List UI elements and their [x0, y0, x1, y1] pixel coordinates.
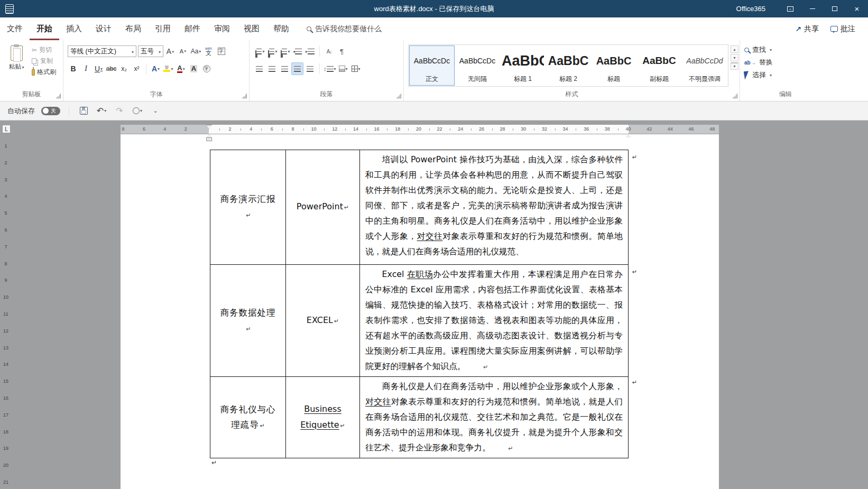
- borders-button[interactable]: [350, 63, 362, 75]
- text-effects-button[interactable]: A: [150, 63, 161, 75]
- account-name[interactable]: Office365: [736, 5, 765, 13]
- style-item-0[interactable]: AaBbCcDc正文: [409, 45, 455, 86]
- course-name-cell[interactable]: 商务演示汇报↵: [210, 150, 286, 265]
- v-ruler[interactable]: L 123456789101112131415161718192021: [0, 125, 13, 489]
- show-hide-marks-button[interactable]: ¶: [336, 45, 347, 57]
- style-item-2[interactable]: AaBbC标题 1: [500, 45, 546, 86]
- ruler-number: 6: [271, 126, 273, 132]
- ruler-number: 17: [3, 412, 8, 418]
- styles-scroll-up-button[interactable]: ▲: [731, 45, 738, 53]
- phonetic-guide-button[interactable]: wén文: [203, 45, 214, 57]
- strikethrough-button[interactable]: abc: [106, 63, 117, 75]
- tab-9[interactable]: 帮助: [266, 17, 296, 40]
- character-border-button[interactable]: 字: [216, 45, 227, 57]
- justify-button[interactable]: [292, 63, 303, 75]
- bold-button[interactable]: B: [68, 63, 79, 75]
- divider: [146, 63, 146, 74]
- clipboard-dialog-launcher[interactable]: [56, 94, 61, 98]
- change-case-button[interactable]: Aa: [190, 45, 201, 57]
- share-button[interactable]: ↗ 共享: [790, 24, 824, 34]
- tab-1[interactable]: 开始: [30, 17, 59, 40]
- tab-3[interactable]: 设计: [89, 17, 118, 40]
- find-button[interactable]: 查找: [744, 44, 827, 55]
- touch-mouse-mode-button[interactable]: [132, 105, 143, 117]
- format-painter-button[interactable]: 格式刷: [32, 68, 56, 77]
- document-page[interactable]: 商务演示汇报↵ PowerPoint↵ 培训以 PowerPoint 操作技巧为…: [121, 134, 719, 489]
- styles-scroll-down-button[interactable]: ▼: [731, 54, 738, 61]
- close-button[interactable]: ×: [846, 0, 868, 17]
- style-item-1[interactable]: AaBbCcDc无间隔: [455, 45, 500, 86]
- description-cell[interactable]: 商务礼仪是人们在商务活动中，用以维护企业形象或个人形象，对交往对象表示尊重和友好…: [360, 377, 629, 458]
- bullets-button[interactable]: [254, 45, 265, 57]
- increase-indent-button[interactable]: ▸: [304, 45, 316, 57]
- align-right-button[interactable]: [279, 63, 290, 75]
- undo-button[interactable]: ↶: [96, 105, 107, 117]
- ruler-number: 48: [709, 126, 715, 132]
- cut-button[interactable]: ✂剪切: [32, 45, 56, 54]
- style-item-4[interactable]: AaBbC标题: [591, 45, 636, 86]
- subscript-button[interactable]: x₂: [118, 63, 130, 75]
- autosave-toggle[interactable]: 关: [41, 107, 60, 115]
- select-button[interactable]: 选择: [744, 70, 827, 80]
- numbering-button[interactable]: [266, 45, 278, 57]
- minimize-button[interactable]: [801, 0, 824, 17]
- tab-5[interactable]: 引用: [148, 17, 178, 40]
- align-left-button[interactable]: [254, 63, 265, 75]
- paragraph-dialog-launcher[interactable]: [396, 94, 401, 98]
- superscript-button[interactable]: x²: [131, 63, 142, 75]
- style-item-3[interactable]: AaBbC标题 2: [546, 45, 591, 86]
- styles-dialog-launcher[interactable]: [733, 94, 737, 98]
- description-cell[interactable]: Excel 在职场办公中发挥着重大作用，本课程满足用户在日常办公中标准的 Exc…: [360, 265, 629, 377]
- sort-button[interactable]: A↓: [324, 45, 335, 57]
- decrease-indent-button[interactable]: ◂: [292, 45, 303, 57]
- shading-button[interactable]: [338, 63, 349, 75]
- tab-6[interactable]: 邮件: [178, 17, 207, 40]
- ruler-right-margin-zone[interactable]: [629, 125, 719, 134]
- maximize-button[interactable]: [824, 0, 846, 17]
- character-shading-button[interactable]: A: [188, 63, 199, 75]
- save-button[interactable]: [78, 105, 89, 117]
- tab-0[interactable]: 文件: [0, 17, 30, 40]
- redo-button[interactable]: ↷: [114, 105, 125, 117]
- tab-2[interactable]: 插入: [59, 17, 89, 40]
- h-ruler[interactable]: 8642246810121416182022242628303234363840…: [0, 125, 868, 134]
- comments-button[interactable]: 批注: [825, 24, 861, 34]
- tool-cell[interactable]: EXCEL↵: [286, 265, 360, 377]
- underline-button[interactable]: U: [93, 63, 104, 75]
- tab-8[interactable]: 视图: [237, 17, 266, 40]
- tool-cell[interactable]: PowerPoint↵: [286, 150, 360, 265]
- ruler-number: 22: [437, 126, 442, 132]
- tool-cell[interactable]: Business Etiquette↵: [286, 377, 360, 458]
- styles-more-button[interactable]: ▼: [731, 62, 738, 70]
- multilevel-list-button[interactable]: [279, 45, 290, 57]
- replace-button[interactable]: ab→ 替换: [744, 57, 827, 68]
- tab-7[interactable]: 审阅: [207, 17, 237, 40]
- font-color-button[interactable]: A: [176, 63, 187, 75]
- paste-clipboard-icon: [11, 45, 23, 61]
- course-name-cell[interactable]: 商务礼仪与心理疏导↵: [210, 377, 286, 458]
- enclose-characters-button[interactable]: 字: [201, 63, 212, 75]
- shrink-font-button[interactable]: A▼: [178, 45, 189, 57]
- paste-button[interactable]: 粘贴: [4, 44, 29, 88]
- tab-4[interactable]: 布局: [118, 17, 148, 40]
- italic-button[interactable]: I: [80, 63, 91, 75]
- description-cell[interactable]: 培训以 PowerPoint 操作技巧为基础，由浅入深，综合多种软件和工具的利用…: [360, 150, 629, 265]
- line-spacing-button[interactable]: ↕: [324, 63, 336, 75]
- ribbon-display-options-button[interactable]: ^: [779, 0, 801, 17]
- copy-button[interactable]: 复制: [32, 57, 56, 66]
- course-name-cell[interactable]: 商务数据处理↵: [210, 265, 286, 377]
- font-dialog-launcher[interactable]: [242, 94, 247, 98]
- grow-font-button[interactable]: A▲: [165, 45, 176, 57]
- ruler-number: 6: [4, 227, 7, 233]
- tell-me-search[interactable]: 告诉我你想要做什么: [307, 17, 382, 40]
- highlight-color-button[interactable]: [163, 63, 174, 75]
- font-size-combobox[interactable]: 五号: [138, 45, 163, 57]
- style-item-5[interactable]: AaBbC副标题: [636, 45, 682, 86]
- style-item-6[interactable]: AaBbCcDd不明显强调: [682, 45, 727, 86]
- tab-selector[interactable]: L: [2, 125, 11, 133]
- customize-quick-access-button[interactable]: ⌄: [150, 105, 161, 117]
- left-indent-marker[interactable]: [206, 137, 212, 141]
- font-name-combobox[interactable]: 等线 (中文正文): [68, 45, 136, 57]
- align-center-button[interactable]: [266, 63, 278, 75]
- distribute-button[interactable]: [304, 63, 316, 75]
